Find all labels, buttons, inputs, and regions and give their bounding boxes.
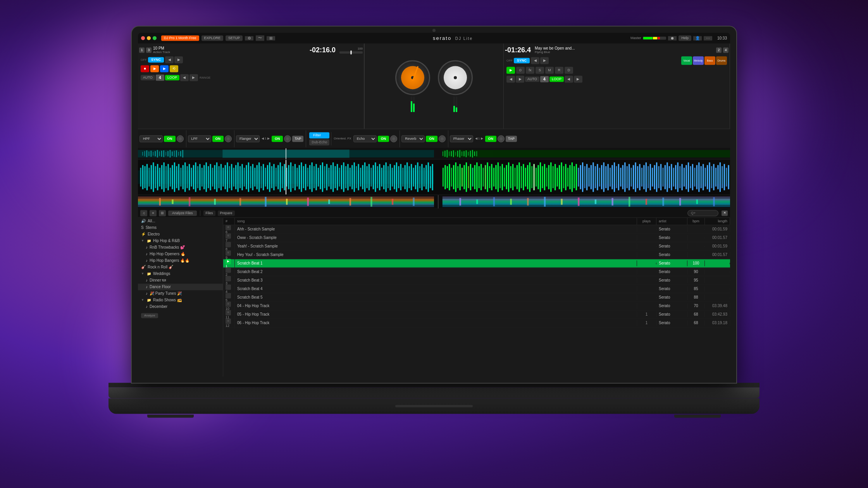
auto-btn-left[interactable]: AUTO	[141, 75, 155, 80]
sidebar-item-rnb[interactable]: ♪ RnB Throwbacks 💕	[138, 244, 223, 251]
fx-pad-bass[interactable]: Bass	[704, 56, 715, 65]
mix-btn-right[interactable]: M	[545, 67, 554, 74]
col-header-num[interactable]: #	[223, 218, 235, 225]
track-row[interactable]: ≡7 Oww - Scratch Sample Serato 00:01.57	[223, 234, 730, 242]
wave-icon[interactable]: 〜	[256, 35, 264, 41]
sidebar-item-december[interactable]: ♪ December	[138, 303, 223, 310]
filter-active-btn[interactable]: Filter	[309, 132, 329, 138]
col-header-length[interactable]: length	[705, 218, 730, 225]
play-btn-right[interactable]: ▶	[506, 67, 515, 74]
cue-btn-left[interactable]: ■	[141, 65, 149, 72]
close-library-btn[interactable]: ✕	[722, 210, 728, 216]
setup-btn[interactable]: SETUP	[226, 35, 243, 41]
maximize-btn[interactable]	[153, 36, 157, 40]
search-input[interactable]	[687, 210, 718, 216]
track-row[interactable]: 5 Scratch Beat 5 Serato 88	[223, 293, 730, 302]
settings-icon[interactable]: ⚙	[245, 36, 253, 40]
minimize-btn[interactable]	[147, 36, 151, 40]
fx-flanger-on[interactable]: ON	[272, 136, 283, 142]
track-row[interactable]: ≡11 05 - Hip Hop Track 1 Serato 68 03:42…	[223, 310, 730, 319]
sync-btn-left[interactable]: SYNC	[148, 57, 164, 62]
sidebar-item-party-tunes[interactable]: ♪ 🎉 Party Tunes 🎉	[138, 290, 223, 297]
prepare-btn[interactable]: Prepare	[218, 210, 235, 216]
sync-pad-left[interactable]: ▶	[160, 65, 169, 72]
track-row[interactable]: 2 Scratch Beat 2 Serato 90	[223, 268, 730, 276]
fx-pad-melody[interactable]: Melody	[693, 56, 704, 65]
loop-active-btn-right[interactable]: LOOP	[549, 76, 564, 82]
sync-btn-right[interactable]: SYNC	[514, 58, 530, 63]
sidebar-item-all[interactable]: 🔊 All...	[138, 218, 223, 224]
explore-btn[interactable]: EXPLORE	[202, 35, 224, 41]
track-row[interactable]: ≡10 04 - Hip Hop Track Serato 70 03:39.4…	[223, 302, 730, 310]
loop-btn-left[interactable]: ⟲	[170, 65, 178, 72]
track-row[interactable]: 3 Scratch Beat 3 Serato 95	[223, 276, 730, 285]
fx-hpf-select[interactable]: HPF	[140, 135, 163, 142]
fx-phaser-tap[interactable]: TAP	[506, 136, 517, 142]
samples-btn-right[interactable]: S	[536, 67, 544, 74]
record-icon[interactable]: ⏺	[668, 36, 677, 40]
list-icon-btn[interactable]: ≡	[150, 210, 157, 216]
effects-btn-right[interactable]: fx	[526, 67, 534, 74]
fx-hpf-knob[interactable]	[177, 135, 184, 142]
sidebar-item-rock[interactable]: 🎸 Rock n Roll 🎸	[138, 264, 223, 270]
col-header-bpm[interactable]: bpm	[687, 218, 705, 225]
col-header-artist[interactable]: artist	[656, 218, 687, 225]
fx-pad-vocal[interactable]: Vocal	[681, 56, 692, 65]
col-header-plays[interactable]: plays	[637, 218, 656, 225]
fx-flanger-tap[interactable]: TAP	[292, 136, 303, 142]
more-icon[interactable]: ⋯	[704, 36, 712, 40]
fx-phaser-on[interactable]: ON	[485, 136, 497, 142]
dub-echo-btn[interactable]: Dub-Echo	[309, 139, 329, 145]
close-btn[interactable]	[141, 36, 145, 40]
fx-pad-drums[interactable]: Drums	[716, 56, 727, 65]
track-row[interactable]: ≡6 Ahh - Scratch Sample Serato 00:01.59	[223, 225, 730, 234]
track-row[interactable]: ≡9 Hey You! - Scratch Sample Serato 00:0…	[223, 251, 730, 259]
fx-reverb-on[interactable]: ON	[426, 136, 437, 142]
loop-nav-back-right[interactable]: ◀	[506, 76, 515, 82]
grid-icon-btn[interactable]: ⊞	[159, 210, 166, 216]
drums-btn-right[interactable]: D	[565, 67, 573, 74]
loop-nav-fwd-right[interactable]: ▶	[516, 76, 524, 82]
sidebar-item-dance-floor[interactable]: ♪ Dance Floor	[138, 284, 223, 290]
platter-right[interactable]	[438, 60, 473, 95]
loop-nav-fwd-left[interactable]: ▶	[189, 74, 198, 81]
loop-nav-back-left[interactable]: ◀	[180, 74, 189, 81]
fx-phaser-select[interactable]: Phaser	[450, 135, 473, 142]
grid-icon[interactable]: ⊞	[267, 36, 275, 40]
music-icon-btn[interactable]: ♫	[140, 210, 147, 216]
sidebar-item-dinner[interactable]: ♪ Dinner 🍽	[138, 277, 223, 284]
promo-badge[interactable]: DJ Pro 1 Month Free	[161, 35, 199, 41]
sidebar-item-weddings[interactable]: ▼ 📁 Weddings	[138, 270, 223, 277]
auto-btn-right[interactable]: AUTO	[525, 76, 539, 82]
loop-active-btn-left[interactable]: LOOP	[165, 75, 179, 80]
sidebar-item-stems[interactable]: S Stems	[138, 224, 223, 231]
fx-lpf-knob[interactable]	[225, 135, 232, 142]
help-btn[interactable]: Help	[679, 35, 691, 41]
sidebar-item-radio-shows[interactable]: ▼ 📁 Radio Shows 📻	[138, 297, 223, 303]
track-row[interactable]: 8 Yeah! - Scratch Sample Serato 00:01.59	[223, 242, 730, 251]
track-row[interactable]: ≡12 06 - Hip Hop Track 1 Serato 68 03:19…	[223, 319, 730, 327]
sidebar-item-hiphop[interactable]: ▼ 📁 Hip Hop & R&B	[138, 237, 223, 244]
fx-phaser-knob[interactable]	[498, 135, 505, 142]
fx-reverb-select[interactable]: Reverb	[401, 135, 425, 142]
nudge-fwd-left[interactable]: ▶	[174, 56, 183, 63]
play-btn-left[interactable]: ▶	[150, 65, 159, 72]
cue-btn-right-2[interactable]: ⊙	[516, 67, 525, 74]
analyze-btn-sidebar[interactable]: Analyze	[141, 313, 158, 318]
fx-lpf-on[interactable]: ON	[212, 136, 224, 142]
fx-echo-knob[interactable]	[390, 135, 397, 142]
track-row-selected[interactable]: ▶1 Scratch Beat 1 Serato 100	[223, 259, 730, 268]
nudge-fwd-right[interactable]: ▶	[540, 57, 549, 64]
track-row[interactable]: 4 Scratch Beat 4 Serato 85	[223, 285, 730, 293]
fx-lpf-select[interactable]: LPF	[188, 135, 211, 142]
sidebar-item-hiphop-openers[interactable]: ♪ Hip Hop Openers 🔥	[138, 251, 223, 257]
loop-range-fwd-right[interactable]: ▶	[574, 76, 582, 82]
nudge-back-left[interactable]: ◀	[165, 56, 174, 63]
files-btn[interactable]: Files	[203, 210, 215, 216]
analyze-files-btn[interactable]: Analyze Files	[168, 210, 197, 216]
user-icon[interactable]: 👤	[693, 36, 702, 40]
platter-left[interactable]	[395, 60, 430, 95]
fx-echo-on[interactable]: ON	[378, 136, 389, 142]
fx-hpf-on[interactable]: ON	[164, 136, 176, 142]
sidebar-item-electro[interactable]: ⚡ Electro	[138, 231, 223, 237]
